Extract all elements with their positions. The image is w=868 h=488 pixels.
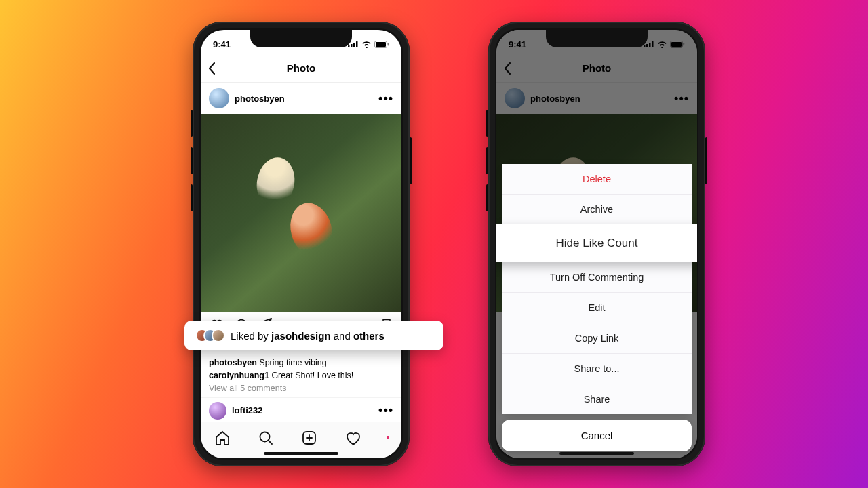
tab-activity[interactable] [344, 430, 361, 446]
action-sheet: Delete Archive Hide Like Count Turn Off … [502, 164, 692, 451]
sheet-item-delete[interactable]: Delete [502, 164, 692, 194]
svg-rect-6 [388, 43, 389, 45]
post-header: photosbyen ••• [201, 83, 401, 114]
next-post-more-button[interactable]: ••• [378, 403, 393, 418]
home-icon [214, 430, 231, 446]
action-sheet-group: Delete Archive Hide Like Count Turn Off … [502, 164, 692, 414]
svg-rect-1 [351, 44, 353, 47]
facepile-avatar [212, 329, 225, 342]
nav-bar: Photo [201, 54, 401, 83]
post-more-button[interactable]: ••• [378, 92, 393, 106]
post-author-avatar[interactable] [209, 88, 229, 108]
battery-icon [374, 41, 389, 48]
post-author-username[interactable]: photosbyen [235, 94, 373, 104]
sheet-item-archive[interactable]: Archive [502, 194, 692, 224]
post-image[interactable] [201, 114, 401, 312]
sheet-item-share-to[interactable]: Share to... [502, 353, 692, 384]
phone-left: 9:41 Photo photosbyen ••• [193, 22, 410, 466]
liked-by-facepile [195, 329, 225, 342]
back-button[interactable] [208, 62, 216, 75]
next-post-header: lofti232 ••• [201, 397, 401, 424]
sheet-item-turn-off-commenting[interactable]: Turn Off Commenting [502, 262, 692, 292]
heart-icon [344, 430, 361, 446]
next-post-avatar[interactable] [209, 402, 226, 420]
svg-rect-5 [376, 42, 386, 47]
view-all-comments[interactable]: View all 5 comments [201, 382, 401, 397]
phone-right: 9:41 Photo photosbyen ••• Delete Archive [488, 22, 705, 466]
liked-by-callout: Liked by jasohdesign and others [184, 321, 443, 350]
liked-by-text[interactable]: Liked by jasohdesign and others [231, 330, 384, 342]
status-time: 9:41 [213, 39, 231, 49]
search-icon [258, 430, 274, 446]
wifi-icon [361, 41, 372, 48]
sheet-item-share[interactable]: Share [502, 384, 692, 414]
home-indicator[interactable] [559, 452, 634, 455]
notch [546, 30, 648, 47]
status-indicators [348, 41, 389, 48]
plus-square-icon [301, 430, 317, 446]
screen-right: 9:41 Photo photosbyen ••• Delete Archive [496, 30, 697, 458]
svg-rect-3 [356, 41, 358, 47]
caption-block: photosbyen Spring time vibing carolynhua… [201, 357, 401, 382]
home-indicator[interactable] [264, 452, 338, 455]
screen-left: 9:41 Photo photosbyen ••• [201, 30, 401, 458]
sheet-cancel-button[interactable]: Cancel [502, 420, 692, 451]
notch [250, 30, 352, 47]
chevron-left-icon [208, 62, 216, 75]
tab-search[interactable] [258, 430, 274, 446]
sheet-item-edit[interactable]: Edit [502, 292, 692, 323]
svg-rect-2 [353, 43, 355, 47]
comment-line: carolynhuang1 Great Shot! Love this! [209, 369, 393, 382]
tab-create[interactable] [301, 430, 317, 446]
sheet-item-hide-like-count[interactable]: Hide Like Count [496, 224, 697, 262]
svg-rect-0 [348, 45, 350, 47]
caption-line: photosbyen Spring time vibing [209, 357, 393, 369]
next-post-username[interactable]: lofti232 [232, 405, 373, 415]
sheet-item-copy-link[interactable]: Copy Link [502, 323, 692, 353]
nav-title: Photo [287, 62, 316, 74]
tab-home[interactable] [214, 430, 231, 446]
